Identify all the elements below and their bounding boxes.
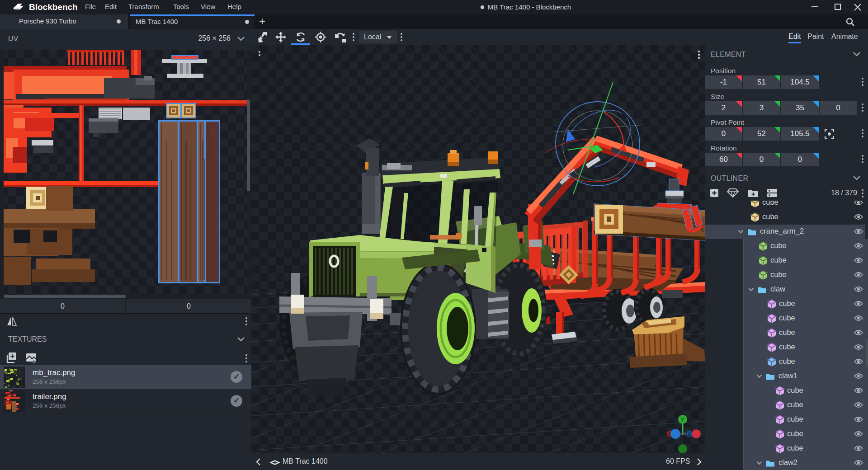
svg-text:Z: Z bbox=[688, 432, 691, 437]
svg-text:Y: Y bbox=[681, 417, 684, 423]
